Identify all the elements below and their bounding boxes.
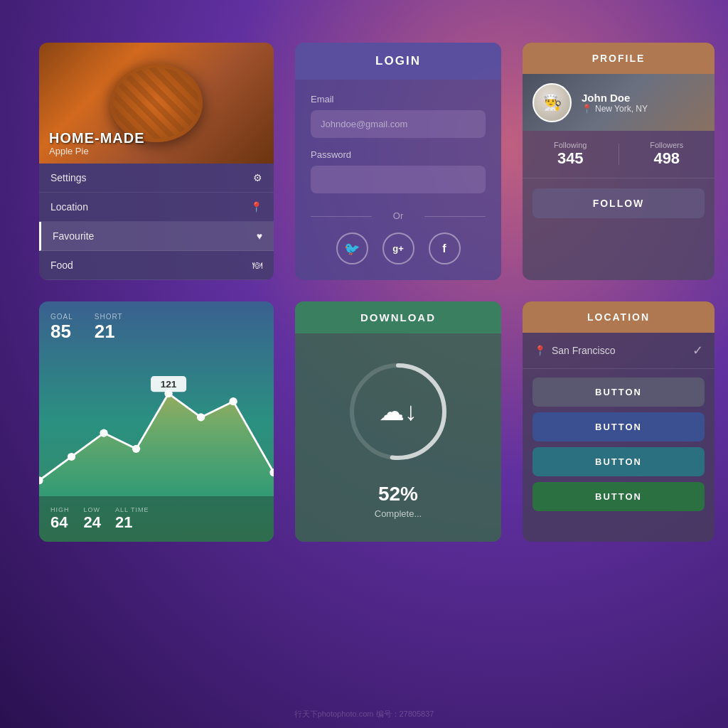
button-green[interactable]: BUTTON: [532, 482, 705, 511]
gear-icon: ⚙: [253, 172, 262, 183]
location-text: 📍 San Francisco: [534, 345, 615, 356]
check-icon: ✓: [692, 343, 703, 358]
location-card: LOCATION 📍 San Francisco ✓ BUTTON BUTTON…: [523, 301, 714, 542]
menu-item-location[interactable]: Location 📍: [39, 193, 274, 222]
menu-item-settings[interactable]: Settings ⚙: [39, 164, 274, 193]
following-stat: Following 345: [523, 141, 619, 168]
profile-info: John Doe 📍 New York, NY: [582, 92, 648, 114]
city-name: San Francisco: [552, 345, 615, 356]
cloud-download-icon: ☁↓: [379, 397, 417, 427]
download-header: DOWNLOAD: [295, 301, 501, 333]
food-text-overlay: HOME-MADE Apple Pie: [49, 130, 145, 156]
menu-label-favourite: Favourite: [53, 230, 94, 242]
short-label: SHORT: [95, 313, 123, 321]
all-time-stat: ALL TIME 21: [115, 506, 149, 532]
button-gray[interactable]: BUTTON: [532, 378, 705, 407]
twitter-icon: 🐦: [344, 241, 360, 257]
goal-value: 85: [50, 321, 73, 343]
location-title: LOCATION: [534, 311, 703, 323]
short-stat: SHORT 21: [95, 313, 123, 343]
goal-label: GOAL: [50, 313, 73, 321]
location-pin-icon: 📍: [534, 345, 546, 356]
watermark: 行天下photophoto.com 编号：27805837: [294, 709, 434, 719]
high-label: HIGH: [50, 506, 70, 513]
follow-button[interactable]: FOLLOW: [532, 188, 705, 218]
svg-point-6: [197, 413, 205, 421]
email-label: Email: [311, 94, 486, 105]
svg-point-2: [68, 453, 75, 461]
download-card: DOWNLOAD ☁↓ 52% Complete...: [295, 301, 501, 542]
food-title: HOME-MADE: [49, 130, 145, 146]
login-body: Email Password Or 🐦 g+ f: [295, 80, 501, 279]
button-list: BUTTON BUTTON BUTTON BUTTON: [523, 369, 714, 520]
svg-point-4: [132, 445, 140, 453]
followers-count: 498: [653, 149, 680, 167]
high-value: 64: [50, 513, 70, 532]
menu-label-settings: Settings: [50, 172, 87, 183]
profile-header: PROFILE: [523, 43, 714, 74]
stats-row: Following 345 Followers 498: [523, 131, 714, 178]
profile-card: PROFILE 👨‍🍳 John Doe 📍 New York, NY Foll…: [523, 43, 714, 280]
low-stat: LOW 24: [84, 506, 101, 532]
chart-area: 121: [39, 354, 274, 496]
menu-label-food: Food: [50, 259, 73, 271]
followers-stat: Followers 498: [619, 141, 715, 168]
twitter-button[interactable]: 🐦: [336, 232, 368, 264]
short-value: 21: [95, 321, 123, 343]
login-card: LOGIN Email Password Or 🐦 g+ f: [295, 43, 501, 280]
location-icon: 📍: [250, 201, 262, 213]
food-icon: 🍽: [252, 259, 262, 271]
facebook-button[interactable]: f: [429, 232, 461, 264]
login-title: LOGIN: [306, 54, 490, 68]
followers-label: Followers: [619, 141, 715, 149]
food-subtitle: Apple Pie: [49, 146, 145, 156]
download-body: ☁↓ 52% Complete...: [295, 333, 501, 540]
all-time-label: ALL TIME: [115, 506, 149, 513]
button-blue[interactable]: BUTTON: [532, 412, 705, 441]
chart-stats-bottom: HIGH 64 LOW 24 ALL TIME 21: [39, 496, 274, 542]
user-name: John Doe: [582, 92, 648, 104]
goal-stat: GOAL 85: [50, 313, 73, 343]
download-title: DOWNLOAD: [306, 311, 490, 323]
profile-title: PROFILE: [534, 53, 703, 64]
password-input[interactable]: [311, 166, 486, 193]
facebook-icon: f: [442, 242, 446, 255]
menu-label-location: Location: [50, 201, 88, 213]
svg-point-3: [100, 429, 107, 437]
chart-stats-top: GOAL 85 SHORT 21: [39, 301, 274, 354]
map-pin-icon: 📍: [582, 104, 592, 114]
profile-banner: 👨‍🍳 John Doe 📍 New York, NY: [523, 74, 714, 131]
chart-svg: 121: [39, 354, 274, 496]
food-image: HOME-MADE Apple Pie: [39, 43, 274, 164]
svg-point-7: [229, 397, 237, 405]
menu-item-food[interactable]: Food 🍽: [39, 251, 274, 280]
or-divider: Or: [311, 210, 486, 221]
svg-text:121: 121: [161, 379, 177, 390]
progress-ring-container: ☁↓: [341, 355, 455, 469]
download-percent: 52%: [378, 483, 418, 505]
location-header: LOCATION: [523, 301, 714, 333]
all-time-value: 21: [115, 513, 149, 532]
location-row: 📍 San Francisco ✓: [523, 333, 714, 369]
google-button[interactable]: g+: [382, 232, 414, 264]
menu-item-favourite[interactable]: Favourite ♥: [39, 222, 274, 251]
google-icon: g+: [392, 243, 404, 254]
password-label: Password: [311, 149, 486, 160]
low-label: LOW: [84, 506, 101, 513]
avatar: 👨‍🍳: [532, 83, 572, 122]
heart-icon: ♥: [257, 230, 262, 242]
city-text: New York, NY: [595, 104, 648, 114]
user-location: 📍 New York, NY: [582, 104, 648, 114]
low-value: 24: [84, 513, 101, 532]
following-count: 345: [557, 149, 584, 167]
following-label: Following: [523, 141, 619, 149]
chart-card: GOAL 85 SHORT 21: [39, 301, 274, 542]
button-teal[interactable]: BUTTON: [532, 447, 705, 476]
download-complete-text: Complete...: [375, 508, 422, 519]
login-header: LOGIN: [295, 43, 501, 80]
food-card: HOME-MADE Apple Pie Settings ⚙ Location …: [39, 43, 274, 280]
social-row: 🐦 g+ f: [311, 232, 486, 264]
high-stat: HIGH 64: [50, 506, 70, 532]
email-input[interactable]: [311, 110, 486, 138]
